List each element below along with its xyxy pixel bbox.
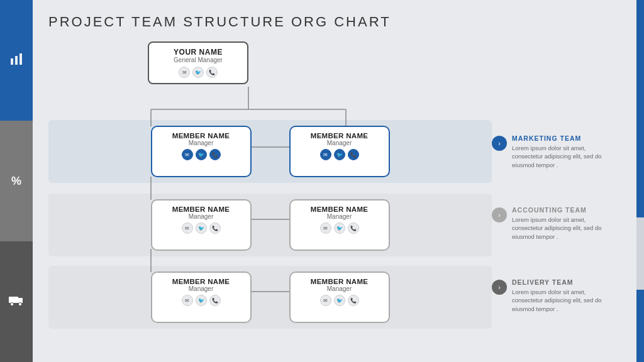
twitter-icon[interactable]: 🐦 [196,222,207,234]
member-name: MEMBER NAME [158,132,244,140]
twitter-icon[interactable]: 🐦 [334,149,345,160]
member-name: MEMBER NAME [158,278,244,285]
email-icon[interactable]: ✉ [320,295,331,306]
sidebar-item-delivery[interactable] [0,241,33,362]
member-title: Manager [297,213,382,220]
chevron-marketing[interactable]: › [492,136,507,151]
right-accent-bar [636,0,644,362]
member-name: MEMBER NAME [297,278,382,285]
truck-icon [9,295,24,309]
accounting-team-desc: Lorem ipsum dolor sit amet, consectetur … [512,216,618,241]
team-row-marketing: MEMBER NAME Manager ✉ 🐦 📞 MEMBER NAME Ma… [48,120,492,183]
delivery-text: DELIVERY TEAM Lorem ipsum dolor sit amet… [512,278,618,313]
member-icons: ✉ 🐦 📞 [297,149,382,160]
right-bar-mid [636,217,644,290]
phone-icon[interactable]: 📞 [206,67,218,78]
email-icon[interactable]: ✉ [320,149,331,160]
right-bar-top [636,0,644,217]
top-node-name: YOUR NAME [155,48,241,57]
svg-marker-4 [18,298,23,303]
member-title: Manager [297,285,382,292]
marketing-team-label: MARKETING TEAM [512,134,618,142]
member-title: Manager [158,140,244,146]
phone-icon[interactable]: 📞 [209,149,221,160]
member-name: MEMBER NAME [297,206,382,213]
member-node-delivery-1: MEMBER NAME Manager ✉ 🐦 📞 [151,272,252,323]
team-row-accounting: MEMBER NAME Manager ✉ 🐦 📞 MEMBER NAME Ma… [48,194,492,256]
member-node-delivery-2: MEMBER NAME Manager ✉ 🐦 📞 [289,272,390,323]
sidebar: % [0,0,33,362]
email-icon[interactable]: ✉ [182,295,193,306]
phone-icon[interactable]: 📞 [209,222,221,234]
svg-rect-1 [15,56,18,65]
top-node: YOUR NAME General Manager ✉ 🐦 📞 [148,41,248,84]
sidebar-item-percent[interactable]: % [0,121,33,241]
email-icon[interactable]: ✉ [179,67,190,78]
member-icons: ✉ 🐦 📞 [297,222,382,234]
member-node-marketing-2: MEMBER NAME Manager ✉ 🐦 📞 [289,126,390,177]
twitter-icon[interactable]: 🐦 [196,149,207,160]
delivery-team-label: DELIVERY TEAM [512,278,618,286]
marketing-text: MARKETING TEAM Lorem ipsum dolor sit ame… [512,134,618,169]
percent-icon: % [11,175,21,188]
member-title: Manager [158,285,244,292]
member-icons: ✉ 🐦 📞 [158,222,244,234]
member-icons: ✉ 🐦 📞 [158,295,244,306]
org-chart: YOUR NAME General Manager ✉ 🐦 📞 MEMBER N… [48,41,624,352]
team-row-delivery: MEMBER NAME Manager ✉ 🐦 📞 MEMBER NAME Ma… [48,266,492,329]
right-bar-bot [636,290,644,362]
member-node-marketing-1: MEMBER NAME Manager ✉ 🐦 📞 [151,126,252,177]
svg-rect-3 [9,297,18,303]
main-content: PROJECT TEAM STRUCTURE ORG CHART [33,0,636,362]
chevron-accounting[interactable]: › [492,207,507,222]
chevron-delivery[interactable]: › [492,280,507,295]
phone-icon[interactable]: 📞 [348,149,359,160]
top-node-title: General Manager [155,57,241,63]
team-info-accounting: › ACCOUNTING TEAM Lorem ipsum dolor sit … [492,206,618,241]
email-icon[interactable]: ✉ [182,222,193,234]
accounting-team-label: ACCOUNTING TEAM [512,206,618,214]
member-title: Manager [158,213,244,220]
twitter-icon[interactable]: 🐦 [192,67,204,78]
svg-point-6 [19,302,22,305]
email-icon[interactable]: ✉ [320,222,331,234]
svg-point-5 [11,302,14,305]
twitter-icon[interactable]: 🐦 [334,222,345,234]
member-name: MEMBER NAME [297,132,382,140]
phone-icon[interactable]: 📞 [348,295,359,306]
chart-icon [9,52,23,69]
phone-icon[interactable]: 📞 [348,222,359,234]
sidebar-item-chart[interactable] [0,0,33,121]
svg-rect-0 [11,58,13,65]
svg-rect-2 [19,53,22,65]
member-title: Manager [297,140,382,146]
member-icons: ✉ 🐦 📞 [158,149,244,160]
top-node-icons: ✉ 🐦 📞 [155,67,241,78]
email-icon[interactable]: ✉ [182,149,193,160]
twitter-icon[interactable]: 🐦 [334,295,345,306]
phone-icon[interactable]: 📞 [209,295,221,306]
marketing-team-desc: Lorem ipsum dolor sit amet, consectetur … [512,144,618,169]
accounting-text: ACCOUNTING TEAM Lorem ipsum dolor sit am… [512,206,618,241]
member-node-accounting-1: MEMBER NAME Manager ✉ 🐦 📞 [151,199,252,251]
team-info-delivery: › DELIVERY TEAM Lorem ipsum dolor sit am… [492,278,618,313]
member-name: MEMBER NAME [158,206,244,213]
team-info-marketing: › MARKETING TEAM Lorem ipsum dolor sit a… [492,134,618,169]
member-icons: ✉ 🐦 📞 [297,295,382,306]
delivery-team-desc: Lorem ipsum dolor sit amet, consectetur … [512,288,618,313]
page-title: PROJECT TEAM STRUCTURE ORG CHART [48,14,624,30]
twitter-icon[interactable]: 🐦 [196,295,207,306]
member-node-accounting-2: MEMBER NAME Manager ✉ 🐦 📞 [289,199,390,251]
